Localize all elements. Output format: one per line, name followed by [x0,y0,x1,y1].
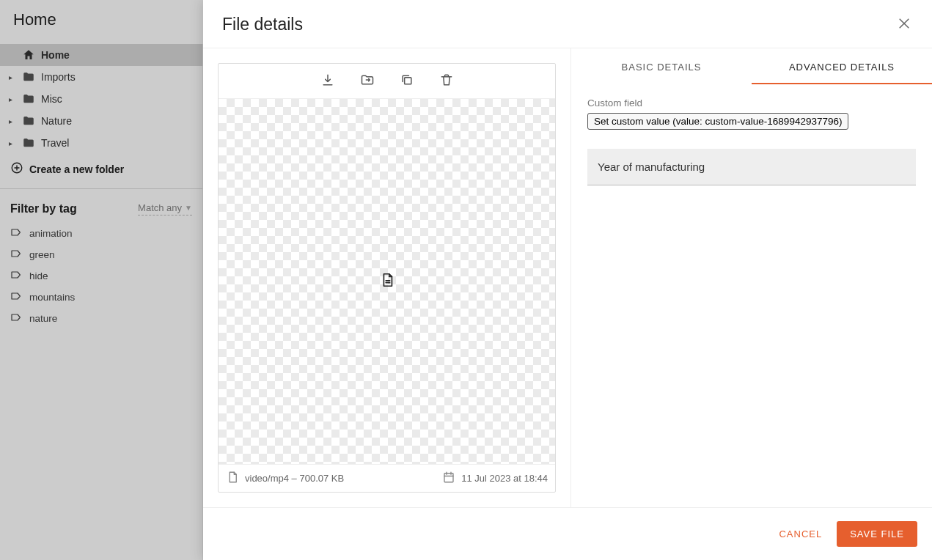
move-button[interactable] [359,73,376,90]
svg-rect-1 [404,77,411,84]
modal-title: File details [222,15,303,34]
year-of-manufacturing-field[interactable]: Year of manufacturing [587,149,916,185]
file-details-modal: File details [203,0,932,560]
tab-basic-details[interactable]: BASIC DETAILS [571,48,752,84]
details-column: BASIC DETAILS ADVANCED DETAILS Custom fi… [571,48,932,507]
preview-canvas [219,99,555,464]
custom-field-label: Custom field [587,97,916,108]
details-tabs: BASIC DETAILS ADVANCED DETAILS [571,48,932,84]
trash-icon [439,73,454,90]
preview-toolbar [219,64,555,99]
download-icon [320,73,335,90]
delete-button[interactable] [438,73,455,90]
tab-advanced-details[interactable]: ADVANCED DETAILS [752,48,932,84]
copy-button[interactable] [398,73,416,90]
year-field-label: Year of manufacturing [598,161,705,173]
file-size: 700.07 KB [299,473,344,484]
preview-card: video/mp4 – 700.07 KB 11 Jul 2023 at 18:… [218,63,556,493]
calendar-icon [442,471,455,486]
set-custom-value-button[interactable]: Set custom value (value: custom-value-16… [587,113,848,130]
copy-icon [400,73,414,90]
move-to-folder-icon [360,73,375,90]
save-file-button[interactable]: SAVE FILE [837,521,917,547]
modal-footer: CANCEL SAVE FILE [203,507,932,560]
close-button[interactable] [897,16,911,34]
meta-separator: – [289,473,299,484]
svg-rect-2 [444,474,453,482]
preview-column: video/mp4 – 700.07 KB 11 Jul 2023 at 18:… [203,48,571,507]
file-icon [379,272,395,291]
download-button[interactable] [319,73,337,90]
file-icon [226,471,239,486]
close-icon [897,21,911,33]
file-date: 11 Jul 2023 at 18:44 [461,473,548,484]
preview-meta: video/mp4 – 700.07 KB 11 Jul 2023 at 18:… [219,464,555,492]
file-mime: video/mp4 [245,473,289,484]
cancel-button[interactable]: CANCEL [779,528,822,539]
